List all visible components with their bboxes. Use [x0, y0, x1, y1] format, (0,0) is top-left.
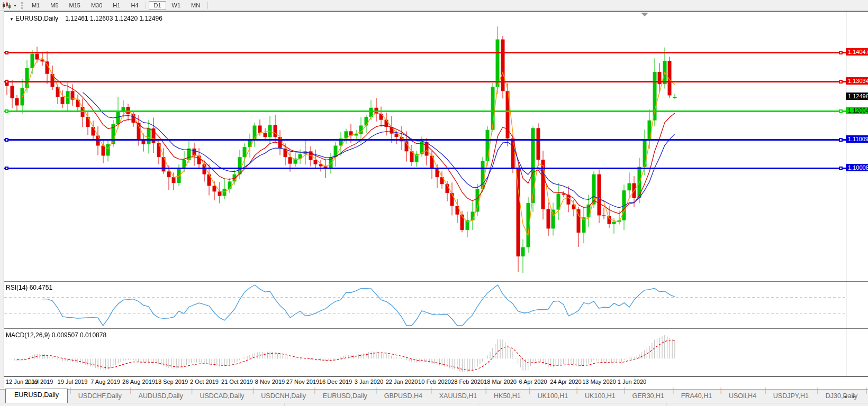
- timeframe-button-m15[interactable]: M15: [65, 1, 85, 10]
- tab-separator: |: [429, 384, 433, 403]
- timeframe-button-w1[interactable]: W1: [167, 1, 186, 10]
- tab-separator: |: [483, 384, 487, 403]
- line-handle[interactable]: [839, 80, 843, 84]
- resistance-line[interactable]: [4, 52, 846, 53]
- timeframe-button-d1[interactable]: D1: [149, 1, 166, 10]
- chevron-down-icon[interactable]: ▼: [13, 4, 17, 7]
- resistance-line[interactable]: [4, 81, 846, 82]
- tab-separator: |: [374, 384, 378, 403]
- timeframe-button-mn[interactable]: MN: [186, 1, 205, 10]
- current-price-line: [4, 97, 846, 97]
- chart-ohlc-values: 1.12461 1.12603 1.12420 1.12496: [65, 15, 162, 22]
- support-line[interactable]: [4, 139, 846, 141]
- macd-label: MACD(12,26,9) 0.009507 0.010878: [6, 331, 106, 339]
- line-handle[interactable]: [839, 167, 843, 170]
- tab-separator: |: [671, 384, 675, 403]
- timeframe-toolbar: ▼ M1M5M15M30H1H4D1W1MN: [0, 0, 868, 11]
- support-line[interactable]: [4, 110, 846, 112]
- line-handle[interactable]: [5, 51, 8, 54]
- rsi-label: RSI(14) 60.4751: [6, 284, 52, 291]
- tab-separator: |: [189, 384, 194, 403]
- tab-separator: |: [527, 384, 531, 403]
- price-axis[interactable]: [846, 12, 868, 376]
- line-handle[interactable]: [5, 80, 8, 84]
- panel-separator-highlight: [0, 282, 868, 282]
- tab-separator: |: [128, 384, 132, 403]
- line-handle[interactable]: [5, 138, 8, 142]
- toolbar-grip[interactable]: [21, 2, 23, 9]
- timeframe-button-m30[interactable]: M30: [86, 1, 107, 10]
- candlestick-chart-icon[interactable]: [2, 2, 12, 9]
- chart-tab-usdcnh-daily[interactable]: USDCNH,Daily: [255, 390, 312, 403]
- toolbar-separator: [146, 2, 146, 9]
- chart-tab-uk100-h1[interactable]: UK100,H1: [578, 390, 622, 403]
- mt4-terminal: { "toolbar":{ "chart_type_icon":"candles…: [0, 0, 868, 406]
- line-handle[interactable]: [5, 167, 8, 170]
- tab-separator: |: [718, 384, 722, 403]
- price-badge: 1.10008: [846, 164, 868, 171]
- tab-separator: |: [864, 384, 868, 403]
- chart-tab-ger30-h1[interactable]: GER30,H1: [626, 390, 671, 403]
- macd-indicator-canvas[interactable]: [4, 329, 846, 376]
- line-handle[interactable]: [839, 109, 843, 113]
- timeframe-button-h1[interactable]: H1: [108, 1, 125, 10]
- line-handle[interactable]: [5, 109, 8, 113]
- tab-separator: |: [622, 384, 626, 403]
- tab-separator: |: [68, 384, 72, 403]
- rsi-indicator-canvas[interactable]: [4, 282, 846, 328]
- chart-tab-fra40-h1[interactable]: FRA40,H1: [675, 390, 718, 403]
- window-left-edge: [0, 11, 4, 389]
- price-badge: 1.13034: [846, 77, 868, 85]
- status-bar: [0, 403, 868, 406]
- chart-tab-eurusd-daily[interactable]: EURUSD,Daily: [5, 389, 68, 403]
- timeframe-button-m1[interactable]: M1: [27, 1, 44, 10]
- tab-separator: |: [763, 384, 767, 403]
- support-line[interactable]: [4, 168, 846, 169]
- chart-symbol-label: EURUSD,Daily: [15, 15, 58, 22]
- chevron-down-icon[interactable]: ▼: [10, 17, 14, 22]
- chart-tab-xauusd-h1[interactable]: XAUUSD,H1: [433, 390, 484, 403]
- price-badge: 1.12004: [846, 107, 868, 114]
- line-handle[interactable]: [839, 51, 843, 54]
- tab-scroll-left-icon[interactable]: ◄: [843, 394, 852, 399]
- chart-tab-hk50-h1[interactable]: HK50,H1: [487, 390, 527, 403]
- timeframe-button-m5[interactable]: M5: [46, 1, 63, 10]
- tab-scroll-arrows: ◄►: [843, 394, 861, 399]
- timeframe-buttons: M1M5M15M30H1H4D1W1MN: [26, 1, 210, 10]
- tab-separator: |: [574, 384, 578, 403]
- timeframe-button-h4[interactable]: H4: [126, 1, 143, 10]
- chart-frame-top-border: [0, 11, 868, 12]
- chart-tab-gbpusd-h4[interactable]: GBPUSD,H4: [378, 390, 429, 403]
- toolbar-separator: [207, 2, 208, 9]
- chart-shift-marker-icon[interactable]: [641, 13, 648, 16]
- chart-tabs: EURUSD,Daily | USDCHF,Daily | AUDUSD,Dai…: [0, 384, 868, 403]
- chart-tab-usdcad-daily[interactable]: USDCAD,Daily: [193, 390, 250, 403]
- tab-separator: |: [250, 384, 255, 403]
- price-badge: 1.14047: [846, 48, 868, 56]
- chart-frame-bottom-border: [0, 376, 868, 377]
- chart-tab-bar: EURUSD,Daily | USDCHF,Daily | AUDUSD,Dai…: [0, 389, 868, 403]
- chart-title: ▼ EURUSD,Daily 1.12461 1.12603 1.12420 1…: [10, 15, 162, 22]
- panel-separator-highlight: [0, 329, 868, 329]
- chart-tab-usdchf-daily[interactable]: USDCHF,Daily: [72, 390, 128, 403]
- price-badge: 1.12496: [846, 93, 868, 100]
- chart-tab-uk100-h1[interactable]: UK100,H1: [531, 390, 575, 403]
- tab-separator: |: [312, 384, 317, 403]
- price-badge: 1.11009: [846, 135, 868, 143]
- line-handle[interactable]: [839, 138, 843, 142]
- chart-tab-usdjpy-h1[interactable]: USDJPY,H1: [767, 390, 815, 403]
- chart-tab-audusd-daily[interactable]: AUDUSD,Daily: [132, 390, 189, 403]
- tab-scroll-right-icon[interactable]: ►: [852, 394, 861, 399]
- chart-tab-eurusd-daily[interactable]: EURUSD,Daily: [317, 390, 374, 403]
- tab-separator: |: [815, 384, 819, 403]
- chart-tab-usoil-h4[interactable]: USOil,H4: [722, 390, 763, 403]
